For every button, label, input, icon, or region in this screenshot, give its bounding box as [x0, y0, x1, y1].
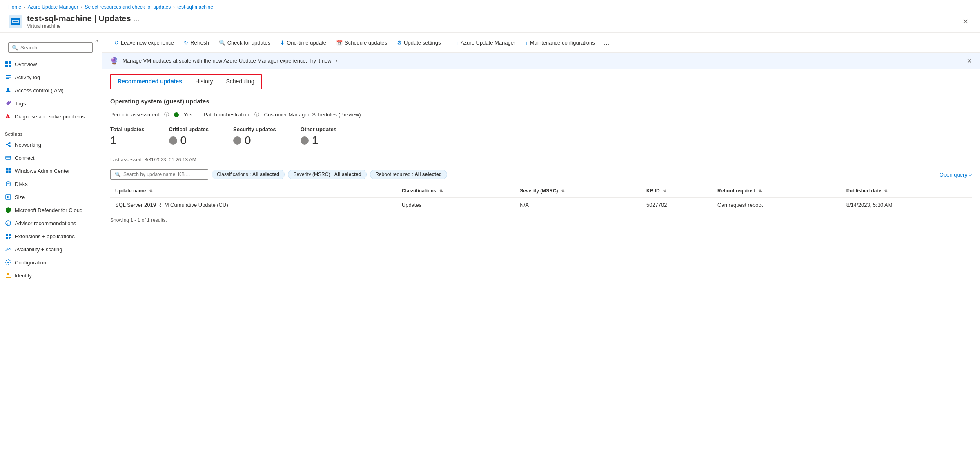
sidebar: 🔍 « Overview Activity log: [0, 33, 102, 466]
banner-close-button[interactable]: ✕: [967, 58, 972, 64]
sidebar-item-activity-log[interactable]: Activity log: [0, 71, 102, 84]
breadcrumb-current[interactable]: test-sql-machine: [177, 4, 213, 10]
other-updates-value: 1: [301, 134, 336, 147]
settings-icon: ⚙: [397, 40, 402, 46]
leave-experience-button[interactable]: ↺ Leave new experience: [110, 38, 178, 48]
sidebar-nav: Overview Activity log Access control (IA…: [0, 58, 102, 282]
critical-updates-label: Critical updates: [169, 126, 209, 132]
svg-point-35: [7, 262, 9, 263]
patch-value: Customer Managed Schedules (Preview): [264, 112, 361, 118]
svg-rect-24: [6, 171, 8, 174]
sidebar-item-size-label: Size: [15, 194, 25, 200]
cell-update-name: SQL Server 2019 RTM Cumulative Update (C…: [110, 197, 397, 212]
sidebar-collapse-button[interactable]: «: [95, 38, 98, 44]
other-updates-count: Other updates 1: [301, 126, 336, 147]
sidebar-item-windows-admin[interactable]: Windows Admin Center: [0, 164, 102, 177]
table-body: SQL Server 2019 RTM Cumulative Update (C…: [110, 197, 972, 212]
breadcrumb-select-resources[interactable]: Select resources and check for updates: [85, 4, 171, 10]
filter-chip-classifications[interactable]: Classifications : All selected: [212, 170, 285, 179]
sidebar-item-availability[interactable]: Availability + scaling: [0, 243, 102, 256]
content-area: ↺ Leave new experience ↻ Refresh 🔍 Check…: [102, 33, 980, 466]
assessment-row: Periodic assessment ⓘ Yes | Patch orches…: [110, 111, 972, 118]
sidebar-item-connect[interactable]: Connect: [0, 151, 102, 164]
cell-severity: N/A: [515, 197, 641, 212]
sidebar-item-identity[interactable]: Identity: [0, 269, 102, 282]
sidebar-item-advisor[interactable]: i Advisor recommendations: [0, 217, 102, 230]
breadcrumb: Home › Azure Update Manager › Select res…: [0, 0, 980, 12]
azure-icon: ↑: [456, 40, 459, 46]
breadcrumb-azure-update-manager[interactable]: Azure Update Manager: [28, 4, 78, 10]
schedule-icon: 📅: [336, 40, 343, 46]
sidebar-item-networking[interactable]: Networking: [0, 138, 102, 151]
cell-kb-id: 5027702: [641, 197, 713, 212]
maintenance-icon: ↑: [525, 40, 528, 46]
col-kb-id: KB ID ⇅: [641, 185, 713, 197]
update-settings-button[interactable]: ⚙ Update settings: [393, 38, 445, 48]
page-header: test-sql-machine | Updates ... Virtual m…: [0, 12, 980, 33]
toolbar-more-button[interactable]: ...: [601, 37, 612, 48]
search-input[interactable]: [20, 45, 89, 51]
sidebar-item-size[interactable]: Size: [0, 190, 102, 203]
azure-update-manager-button[interactable]: ↑ Azure Update Manager: [452, 38, 519, 48]
toolbar-separator: [448, 38, 448, 47]
svg-rect-7: [9, 65, 11, 67]
col-reboot-required: Reboot required ⇅: [713, 185, 842, 197]
connect-icon: [5, 154, 11, 161]
schedule-updates-button[interactable]: 📅 Schedule updates: [332, 38, 391, 48]
sidebar-item-defender[interactable]: Microsoft Defender for Cloud: [0, 203, 102, 217]
sidebar-item-access-control[interactable]: Access control (IAM): [0, 84, 102, 97]
sidebar-item-extensions[interactable]: Extensions + applications: [0, 230, 102, 243]
svg-line-18: [7, 143, 9, 145]
sort-icon-update-name[interactable]: ⇅: [149, 189, 152, 193]
tab-recommended-updates[interactable]: Recommended updates: [111, 75, 189, 89]
one-time-update-button[interactable]: ⬇ One-time update: [276, 38, 330, 48]
filter-chip-severity[interactable]: Severity (MSRC) : All selected: [288, 170, 367, 179]
disks-icon: [5, 181, 11, 187]
svg-rect-9: [6, 77, 11, 78]
svg-point-26: [6, 182, 10, 183]
filter-search-container: 🔍: [110, 169, 208, 180]
filter-bar: 🔍 Classifications : All selected Severit…: [110, 169, 972, 180]
refresh-icon: ↻: [184, 40, 188, 46]
svg-text:i: i: [7, 221, 8, 226]
check-updates-button[interactable]: 🔍 Check for updates: [215, 38, 275, 48]
sidebar-item-overview[interactable]: Overview: [0, 58, 102, 71]
sidebar-item-tags[interactable]: Tags: [0, 97, 102, 110]
sidebar-search-container: 🔍: [8, 42, 93, 53]
page-header-text: test-sql-machine | Updates ... Virtual m…: [27, 14, 139, 29]
open-query-link[interactable]: Open query >: [940, 172, 972, 178]
check-updates-icon: 🔍: [219, 40, 225, 46]
identity-icon: [5, 272, 11, 279]
access-control-icon: [5, 87, 11, 94]
sidebar-item-activity-log-label: Activity log: [15, 74, 40, 80]
tags-icon: [5, 100, 11, 107]
tab-scheduling[interactable]: Scheduling: [220, 75, 261, 89]
sidebar-item-disks[interactable]: Disks: [0, 177, 102, 190]
periodic-value: Yes: [184, 112, 192, 118]
diagnose-icon: [5, 113, 11, 120]
sidebar-item-configuration[interactable]: Configuration: [0, 256, 102, 269]
svg-line-19: [7, 145, 9, 146]
table-row[interactable]: SQL Server 2019 RTM Cumulative Update (C…: [110, 197, 972, 212]
tab-history[interactable]: History: [189, 75, 220, 89]
sidebar-item-diagnose[interactable]: Diagnose and solve problems: [0, 110, 102, 123]
showing-results-text: Showing 1 - 1 of 1 results.: [110, 217, 972, 223]
close-button[interactable]: ✕: [959, 16, 972, 28]
sort-icon-severity[interactable]: ⇅: [561, 189, 564, 193]
total-updates-value: 1: [110, 134, 145, 147]
breadcrumb-home[interactable]: Home: [8, 4, 21, 10]
refresh-button[interactable]: ↻ Refresh: [180, 38, 213, 48]
svg-rect-34: [6, 237, 8, 239]
sort-icon-classifications[interactable]: ⇅: [439, 189, 443, 193]
filter-search-input[interactable]: [123, 172, 204, 177]
sort-icon-reboot[interactable]: ⇅: [758, 189, 762, 193]
sort-icon-published[interactable]: ⇅: [884, 189, 887, 193]
svg-rect-10: [6, 78, 9, 79]
svg-rect-5: [9, 61, 11, 64]
cell-reboot-required: Can request reboot: [713, 197, 842, 212]
maintenance-configurations-button[interactable]: ↑ Maintenance configurations: [521, 38, 599, 48]
filter-chip-reboot[interactable]: Reboot required : All selected: [370, 170, 447, 179]
sort-icon-kb-id[interactable]: ⇅: [663, 189, 666, 193]
security-dot: [233, 136, 241, 145]
svg-rect-32: [6, 234, 8, 236]
